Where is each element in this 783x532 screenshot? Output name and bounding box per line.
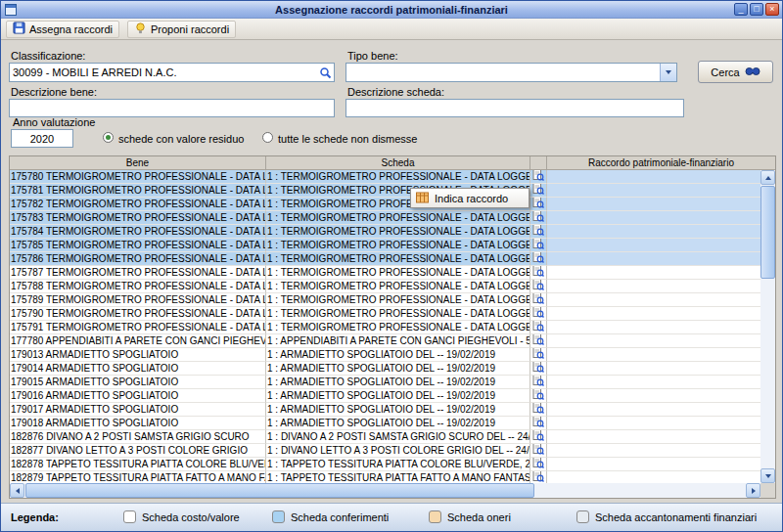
cell-bene: 179015 ARMADIETTO SPOGLIATOIO — [10, 376, 266, 389]
cell-bene: 175790 TERMOIGROMETRO PROFESSIONALE - DA… — [10, 307, 266, 321]
table-row[interactable]: 179015 ARMADIETTO SPOGLIATOIO 1 : ARMADI… — [10, 376, 760, 389]
cell-raccordo — [547, 266, 760, 280]
cell-scheda: 1 : APPENDIABITI A PARETE CON GANCI PIEG… — [266, 334, 530, 348]
row-detail-button[interactable] — [530, 334, 547, 348]
proponi-raccordi-button[interactable]: Proponi raccordi — [127, 21, 236, 38]
row-detail-button[interactable] — [530, 348, 547, 362]
row-detail-button[interactable] — [530, 403, 547, 417]
scroll-left-icon[interactable] — [10, 483, 24, 498]
document-search-icon — [532, 280, 544, 293]
header-bene[interactable]: Bene — [10, 156, 266, 170]
row-detail-button[interactable] — [530, 252, 547, 266]
radio-tutte-schede-non-dismesse[interactable] — [262, 132, 273, 143]
close-button[interactable]: × — [765, 3, 779, 16]
cell-scheda: 1 : TERMOIGROMETRO PROFESSIONALE - DATA … — [266, 321, 530, 334]
table-row[interactable]: 175786 TERMOIGROMETRO PROFESSIONALE - DA… — [10, 252, 760, 266]
table-row[interactable]: 175789 TERMOIGROMETRO PROFESSIONALE - DA… — [10, 293, 760, 307]
table-row[interactable]: 182878 TAPPETO TESSITURA PIATTA COLORE B… — [10, 458, 760, 471]
table-row[interactable]: 179017 ARMADIETTO SPOGLIATOIO 1 : ARMADI… — [10, 403, 760, 417]
table-row[interactable]: 182876 DIVANO A 2 POSTI SAMSTA GRIGIO SC… — [10, 430, 760, 444]
radio-schede-valore-residuo[interactable] — [103, 132, 114, 143]
cell-scheda: 1 : TERMOIGROMETRO PROFESSIONALE - DATA … — [266, 170, 530, 184]
table-row[interactable]: 175781 TERMOIGROMETRO PROFESSIONALE - DA… — [10, 184, 760, 198]
header-raccordo[interactable]: Raccordo patrimoniale-finanziario — [547, 156, 775, 170]
vertical-scrollbar[interactable] — [760, 170, 775, 483]
row-detail-button[interactable] — [530, 389, 547, 403]
cell-scheda: 1 : DIVANO A 2 POSTI SAMSTA GRIGIO SCURO… — [266, 430, 530, 444]
horizontal-scrollbar[interactable] — [10, 483, 760, 498]
cerca-button[interactable]: Cerca — [698, 61, 773, 83]
table-row[interactable]: 182879 TAPPETO TESSITURA PIATTA FATTO A … — [10, 471, 760, 483]
table-row[interactable]: 175784 TERMOIGROMETRO PROFESSIONALE - DA… — [10, 225, 760, 239]
maximize-button[interactable]: □ — [750, 3, 763, 16]
row-detail-button[interactable] — [530, 417, 547, 430]
search-magnifier-icon[interactable] — [316, 64, 334, 81]
table-row[interactable]: 175782 TERMOIGROMETRO PROFESSIONALE - DA… — [10, 198, 760, 211]
table-row[interactable]: 175787 TERMOIGROMETRO PROFESSIONALE - DA… — [10, 266, 760, 280]
row-detail-button[interactable] — [530, 211, 547, 225]
title-bar: Assegnazione raccordi patrimoniali-finan… — [1, 1, 782, 19]
row-detail-button[interactable] — [530, 225, 547, 239]
legend-item: Scheda costo/valore — [123, 510, 240, 523]
vertical-scrollbar-thumb[interactable] — [760, 186, 775, 279]
cell-raccordo — [547, 403, 760, 417]
scroll-right-icon[interactable] — [746, 483, 760, 498]
table-row[interactable]: 175783 TERMOIGROMETRO PROFESSIONALE - DA… — [10, 211, 760, 225]
classificazione-input[interactable] — [10, 66, 316, 78]
document-search-icon — [532, 362, 544, 376]
header-scheda[interactable]: Scheda — [266, 156, 530, 170]
assegna-raccordi-button[interactable]: Assegna raccordi — [6, 21, 119, 38]
cell-raccordo — [547, 225, 760, 239]
chevron-down-icon[interactable] — [660, 64, 676, 81]
cell-scheda: 1 : ARMADIETTO SPOGLIATOIO DEL -- 19/02/… — [266, 403, 530, 417]
table-row[interactable]: 175785 TERMOIGROMETRO PROFESSIONALE - DA… — [10, 239, 760, 252]
classificazione-label: Classificazione: — [11, 50, 85, 62]
table-row[interactable]: 182877 DIVANO LETTO A 3 POSTI COLORE GRI… — [10, 444, 760, 458]
cell-bene: 179018 ARMADIETTO SPOGLIATOIO — [10, 417, 266, 430]
row-detail-button[interactable] — [530, 198, 547, 211]
table-row[interactable]: 175790 TERMOIGROMETRO PROFESSIONALE - DA… — [10, 307, 760, 321]
row-detail-button[interactable] — [530, 430, 547, 444]
row-detail-button[interactable] — [530, 362, 547, 376]
table-row[interactable]: 175791 TERMOIGROMETRO PROFESSIONALE - DA… — [10, 321, 760, 334]
table-row[interactable]: 179018 ARMADIETTO SPOGLIATOIO 1 : ARMADI… — [10, 417, 760, 430]
table-row[interactable]: 179016 ARMADIETTO SPOGLIATOIO 1 : ARMADI… — [10, 389, 760, 403]
table-row[interactable]: 179014 ARMADIETTO SPOGLIATOIO 1 : ARMADI… — [10, 362, 760, 376]
anno-valutazione-input[interactable] — [11, 129, 73, 148]
row-detail-button[interactable] — [530, 170, 547, 184]
tipo-bene-value[interactable] — [346, 66, 660, 78]
row-detail-button[interactable] — [530, 376, 547, 389]
scroll-down-icon[interactable] — [760, 468, 775, 483]
row-detail-button[interactable] — [530, 444, 547, 458]
minimize-button[interactable]: _ — [734, 3, 748, 16]
row-detail-button[interactable] — [530, 239, 547, 252]
row-detail-button[interactable] — [530, 266, 547, 280]
descrizione-scheda-input[interactable] — [345, 99, 684, 117]
cell-raccordo — [547, 389, 760, 403]
table-row[interactable]: 179013 ARMADIETTO SPOGLIATOIO 1 : ARMADI… — [10, 348, 760, 362]
row-detail-button[interactable] — [530, 280, 547, 293]
row-detail-button[interactable] — [530, 321, 547, 334]
cell-raccordo — [547, 170, 760, 184]
scrollbar-corner — [760, 483, 775, 498]
row-detail-button[interactable] — [530, 471, 547, 483]
row-detail-button[interactable] — [530, 184, 547, 198]
tipo-bene-select[interactable] — [345, 63, 677, 82]
cell-raccordo — [547, 334, 760, 348]
indica-raccordo-menu-item[interactable]: Indica raccordo — [410, 188, 530, 208]
cell-bene: 182877 DIVANO LETTO A 3 POSTI COLORE GRI… — [10, 444, 266, 458]
table-row[interactable]: 175788 TERMOIGROMETRO PROFESSIONALE - DA… — [10, 280, 760, 293]
row-detail-button[interactable] — [530, 293, 547, 307]
scroll-up-icon[interactable] — [760, 170, 775, 185]
row-detail-button[interactable] — [530, 307, 547, 321]
descrizione-bene-input[interactable] — [9, 99, 335, 117]
legend-item: Scheda oneri — [429, 510, 511, 523]
legend-item-label: Scheda oneri — [447, 511, 511, 523]
horizontal-scrollbar-thumb[interactable] — [25, 483, 534, 498]
table-row[interactable]: 175780 TERMOIGROMETRO PROFESSIONALE - DA… — [10, 170, 760, 184]
legend-item-label: Scheda accantonamenti finanziari — [595, 511, 757, 523]
table-row[interactable]: 177780 APPENDIABITI A PARETE CON GANCI P… — [10, 334, 760, 348]
cell-raccordo — [547, 293, 760, 307]
descrizione-bene-label: Descrizione bene: — [11, 86, 97, 98]
row-detail-button[interactable] — [530, 458, 547, 471]
